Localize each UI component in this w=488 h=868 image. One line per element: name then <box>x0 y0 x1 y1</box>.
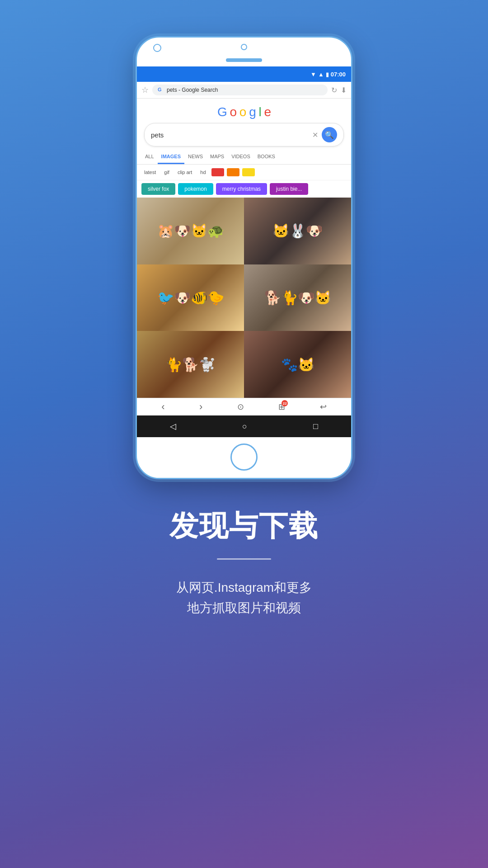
logo-g: G <box>217 105 227 119</box>
color-filter-orange[interactable] <box>227 168 239 176</box>
logo-l: l <box>259 105 261 119</box>
browser-bar: ☆ G pets - Google Search ↻ ⬇ <box>137 82 351 99</box>
search-button[interactable]: 🔍 <box>322 127 337 142</box>
phone-mockup: ▼ ▲ ▮ 07:00 ☆ G pets - Google Search ↻ ⬇… <box>136 36 352 479</box>
download-icon[interactable]: ⬇ <box>341 86 347 94</box>
images-icon[interactable]: ⊞ 22 <box>278 402 285 412</box>
browser-forward-button[interactable]: › <box>199 401 202 413</box>
google-logo: G o o g l e <box>217 105 271 119</box>
signal-icon: ▲ <box>318 71 324 78</box>
google-logo-area: G o o g l e <box>137 99 351 123</box>
suggestion-silver-fox[interactable]: silver fox <box>141 183 175 195</box>
tabs-icon[interactable]: ⊙ <box>237 402 244 412</box>
android-home-button[interactable]: ○ <box>242 422 247 431</box>
clear-search-icon[interactable]: ✕ <box>312 131 318 139</box>
filter-latest[interactable]: latest <box>141 169 159 176</box>
tab-maps[interactable]: MAPS <box>206 150 228 164</box>
pets-image-2: 🐱🐰🐶 <box>244 198 351 264</box>
image-cell-dogs-cats[interactable]: 🐕🐈🐶🐱 <box>244 264 351 331</box>
status-bar: ▼ ▲ ▮ 07:00 <box>137 66 351 82</box>
android-back-button[interactable]: ◁ <box>170 421 176 431</box>
title-divider <box>217 558 271 560</box>
tab-all[interactable]: ALL <box>141 150 158 164</box>
color-filter-red[interactable] <box>211 168 224 176</box>
image-cell-cat-sleeping[interactable]: 🐾🐱 <box>244 331 351 398</box>
main-title: 发现与下载 <box>169 506 319 546</box>
google-page: G o o g l e pets ✕ 🔍 <box>137 99 351 437</box>
status-icons: ▼ ▲ ▮ 07:00 <box>310 71 346 78</box>
filter-clip-art[interactable]: clip art <box>175 169 195 176</box>
pets-image-1: 🐹🐶🐱🐢 <box>137 198 244 264</box>
notification-badge: 22 <box>282 400 288 406</box>
phone-screen: ▼ ▲ ▮ 07:00 ☆ G pets - Google Search ↻ ⬇… <box>137 66 351 437</box>
search-icon: 🔍 <box>325 131 334 139</box>
bookmark-icon[interactable]: ☆ <box>141 85 149 95</box>
subtitle-line2: 地方抓取图片和视频 <box>187 601 301 615</box>
image-cell-pets-group[interactable]: 🐹🐶🐱🐢 <box>137 198 244 264</box>
phone-speaker <box>226 58 262 62</box>
filter-gif[interactable]: gif <box>161 169 172 176</box>
logo-o2: o <box>239 105 246 119</box>
search-box[interactable]: pets ✕ 🔍 <box>144 123 344 146</box>
suggestion-justin-bie[interactable]: justin bie... <box>270 183 308 195</box>
suggestion-row: silver fox pokemon merry christmas justi… <box>137 180 351 198</box>
browser-back-button[interactable]: ‹ <box>161 401 164 413</box>
color-filter-yellow[interactable] <box>242 168 255 176</box>
pets-image-6: 🐾🐱 <box>244 331 351 398</box>
search-query: pets <box>151 131 312 139</box>
image-row-3: 🐈🐕🐩 🐾🐱 <box>137 331 351 398</box>
image-row-1: 🐹🐶🐱🐢 🐱🐰🐶 <box>137 198 351 264</box>
refresh-icon[interactable]: ↻ <box>331 86 337 94</box>
image-cell-bird-dog[interactable]: 🐦🐶🐠🐤 <box>137 264 244 331</box>
pets-image-3: 🐦🐶🐠🐤 <box>137 264 244 331</box>
url-bar[interactable]: G pets - Google Search <box>152 85 328 95</box>
phone-camera <box>241 44 247 50</box>
tab-videos[interactable]: VIDEOS <box>228 150 254 164</box>
tab-books[interactable]: BOOKS <box>254 150 279 164</box>
android-recent-button[interactable]: □ <box>313 422 318 431</box>
tab-news[interactable]: NEWS <box>184 150 206 164</box>
subtitle-line1: 从网页.Instagram和更多 <box>176 580 312 594</box>
phone-home-button[interactable] <box>230 443 258 471</box>
filter-row: latest gif clip art hd <box>137 165 351 180</box>
logo-g2: g <box>249 105 256 119</box>
suggestion-merry-christmas[interactable]: merry christmas <box>216 183 267 195</box>
status-time: 07:00 <box>331 71 346 78</box>
browser-bottom-nav: ‹ › ⊙ ⊞ 22 ↩ <box>137 398 351 415</box>
phone-home-side-btn <box>153 44 161 52</box>
subtitle: 从网页.Instagram和更多 地方抓取图片和视频 <box>176 578 312 618</box>
image-cell-cat-dog[interactable]: 🐱🐰🐶 <box>244 198 351 264</box>
wifi-icon: ▼ <box>310 71 316 78</box>
filter-hd[interactable]: hd <box>197 169 208 176</box>
phone-top-bar <box>137 38 351 66</box>
share-icon[interactable]: ↩ <box>320 402 327 412</box>
image-grid: 🐹🐶🐱🐢 🐱🐰🐶 🐦🐶🐠🐤 🐕🐈🐶🐱 <box>137 198 351 398</box>
image-cell-cats-dogs[interactable]: 🐈🐕🐩 <box>137 331 244 398</box>
google-g-icon: G <box>158 87 164 93</box>
image-row-2: 🐦🐶🐠🐤 🐕🐈🐶🐱 <box>137 264 351 331</box>
suggestion-pokemon[interactable]: pokemon <box>178 183 213 195</box>
android-nav-bar: ◁ ○ □ <box>137 415 351 437</box>
bottom-section: 发现与下载 从网页.Instagram和更多 地方抓取图片和视频 <box>133 479 355 618</box>
search-box-area: pets ✕ 🔍 <box>137 123 351 150</box>
logo-o1: o <box>230 105 236 119</box>
search-tabs: ALL IMAGES NEWS MAPS VIDEOS BOOKS <box>137 150 351 165</box>
pets-image-5: 🐈🐕🐩 <box>137 331 244 398</box>
battery-icon: ▮ <box>326 71 329 78</box>
url-text: pets - Google Search <box>167 87 322 93</box>
tab-images[interactable]: IMAGES <box>158 150 184 164</box>
pets-image-4: 🐕🐈🐶🐱 <box>244 264 351 331</box>
logo-e: e <box>264 105 271 119</box>
